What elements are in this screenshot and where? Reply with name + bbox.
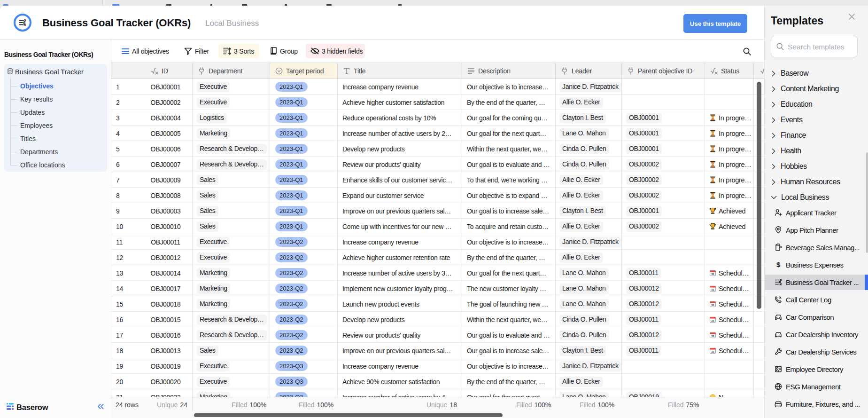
svg-text:31: 31 — [711, 303, 714, 307]
svg-text:31: 31 — [711, 288, 714, 291]
svg-text:31: 31 — [711, 350, 714, 353]
svg-text:31: 31 — [711, 272, 714, 276]
svg-text:31: 31 — [711, 334, 714, 338]
svg-text:31: 31 — [711, 319, 714, 322]
